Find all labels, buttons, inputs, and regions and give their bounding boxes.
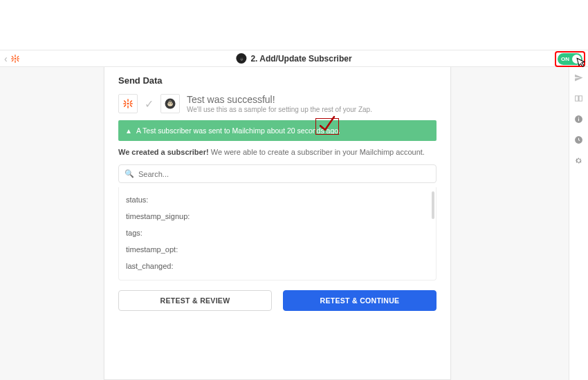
- zapier-logo-icon: [10, 54, 20, 64]
- retest-continue-button[interactable]: RETEST & CONTINUE: [283, 290, 437, 311]
- test-success-subtitle: We'll use this as a sample for setting u…: [187, 106, 372, 113]
- check-icon: ✓: [145, 97, 154, 111]
- svg-rect-6: [17, 59, 19, 61]
- svg-rect-8: [17, 55, 19, 57]
- action-buttons: RETEST & REVIEW RETEST & CONTINUE: [118, 290, 437, 311]
- editor-canvas: Send Data ✓ Test was successful! We'll u…: [0, 67, 569, 380]
- created-bold: We created a subscriber!: [118, 148, 209, 156]
- back-arrow-icon[interactable]: ‹: [4, 53, 8, 64]
- created-message: We created a subscriber! We were able to…: [118, 148, 437, 156]
- created-rest: We were able to create a subscriber in y…: [209, 148, 425, 156]
- svg-point-27: [169, 103, 170, 104]
- svg-rect-3: [11, 58, 13, 59]
- mailchimp-app-icon: [160, 94, 180, 113]
- search-icon: 🔍: [125, 169, 134, 178]
- svg-rect-1: [15, 55, 15, 57]
- field-search[interactable]: 🔍: [118, 164, 437, 183]
- clock-icon[interactable]: [574, 135, 584, 144]
- alert-text: A Test subscriber was sent to Mailchimp …: [136, 126, 340, 135]
- gear-icon[interactable]: [574, 155, 584, 165]
- test-success-title: Test was successful!: [187, 94, 372, 105]
- top-bar: ‹ 2. Add/Update Subscriber: [0, 50, 588, 67]
- svg-point-28: [171, 103, 172, 104]
- step-panel: Send Data ✓ Test was successful! We'll u…: [104, 67, 451, 380]
- info-icon[interactable]: [574, 114, 584, 124]
- retest-review-button[interactable]: RETEST & REVIEW: [118, 290, 272, 311]
- svg-rect-5: [11, 55, 13, 57]
- svg-rect-18: [127, 106, 128, 108]
- svg-point-26: [167, 102, 173, 106]
- scrollbar-thumb[interactable]: [432, 191, 434, 219]
- field-row[interactable]: last_changed:: [119, 258, 436, 274]
- svg-rect-2: [15, 60, 15, 63]
- step-title: 2. Add/Update Subscriber: [250, 54, 351, 64]
- svg-point-11: [241, 57, 242, 58]
- right-sidebar: [569, 67, 588, 380]
- svg-rect-21: [124, 100, 127, 103]
- alert-info-icon: ▲: [125, 127, 132, 135]
- svg-point-14: [578, 117, 579, 117]
- svg-rect-19: [123, 103, 126, 104]
- fields-list: status: timestamp_signup: tags: timestam…: [118, 187, 437, 281]
- search-input[interactable]: [138, 170, 430, 178]
- mailchimp-round-icon: [236, 53, 246, 64]
- svg-rect-23: [124, 104, 127, 107]
- svg-point-9: [238, 55, 244, 61]
- svg-rect-13: [578, 118, 579, 121]
- svg-rect-17: [127, 99, 128, 102]
- svg-rect-24: [129, 100, 132, 103]
- field-row[interactable]: timestamp_signup:: [119, 208, 436, 225]
- test-result-row: ✓ Test was successful! We'll use this as…: [118, 94, 437, 113]
- field-row[interactable]: tags:: [119, 225, 436, 241]
- zapier-app-icon: [118, 94, 138, 113]
- svg-rect-20: [130, 103, 133, 104]
- field-row[interactable]: timestamp_opt:: [119, 241, 436, 258]
- svg-point-10: [241, 57, 241, 58]
- book-icon[interactable]: [574, 93, 584, 103]
- svg-point-0: [15, 57, 16, 59]
- field-row[interactable]: status:: [119, 191, 436, 208]
- svg-rect-22: [129, 104, 132, 107]
- section-title: Send Data: [118, 75, 437, 86]
- send-icon[interactable]: [574, 73, 584, 82]
- field-row[interactable]: vip:: [119, 274, 436, 281]
- toggle-label: ON: [561, 56, 569, 62]
- success-alert: ▲ A Test subscriber was sent to Mailchim…: [118, 120, 437, 141]
- step-header: 2. Add/Update Subscriber: [236, 53, 351, 64]
- svg-point-16: [127, 103, 129, 105]
- svg-rect-7: [11, 59, 13, 61]
- svg-rect-4: [17, 58, 19, 59]
